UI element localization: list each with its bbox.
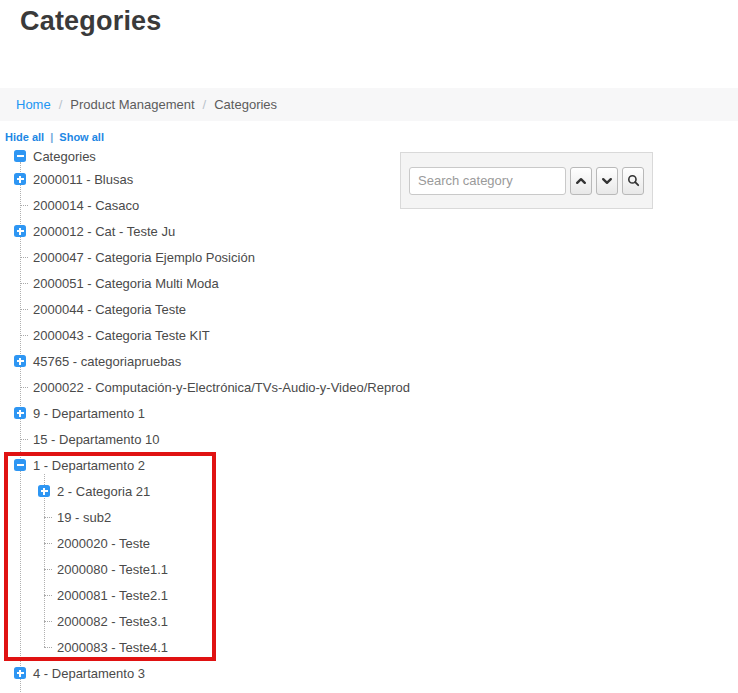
expand-toggle-icon[interactable] — [14, 355, 26, 367]
leaf-connector — [44, 517, 52, 518]
tree-node-label[interactable]: 2000081 - Teste2.1 — [57, 588, 168, 603]
magnifier-icon — [627, 174, 640, 187]
tree-node-label[interactable]: 2000014 - Casaco — [33, 198, 139, 213]
tree-node: 2000012 - Cat - Teste Ju — [20, 218, 410, 244]
tree-node-row: 2000083 - Teste4.1 — [38, 634, 410, 660]
breadcrumb-link-home[interactable]: Home — [16, 97, 51, 112]
tree-node-row: 19 - sub2 — [38, 504, 410, 530]
tree-node-row: 2000044 - Categoria Teste — [14, 296, 410, 322]
breadcrumb-item-categories: Categories — [214, 97, 277, 112]
tree-node-label[interactable]: 45765 - categoriapruebas — [33, 354, 181, 369]
breadcrumb-item-product-management: Product Management — [70, 97, 194, 112]
tree-node: 45765 - categoriapruebas — [20, 348, 410, 374]
expand-toggle-icon[interactable] — [14, 667, 26, 679]
tree-node-row: 2000011 - Blusas — [14, 166, 410, 192]
tree-node-label[interactable]: 2 - Categoria 21 — [57, 484, 150, 499]
tree-node-label[interactable]: 2000044 - Categoria Teste — [33, 302, 186, 317]
tree-children: 2 - Categoria 2119 - sub22000020 - Teste… — [44, 478, 410, 660]
leaf-connector — [44, 647, 52, 648]
tree-node-row: 9 - Departamento 1 — [14, 400, 410, 426]
tree-node: 2000082 - Teste3.1 — [44, 608, 410, 634]
tree-node-label[interactable]: 2000047 - Categoria Ejemplo Posición — [33, 250, 255, 265]
tree-node-label[interactable]: 2000043 - Categoria Teste KIT — [33, 328, 210, 343]
leaf-connector — [20, 205, 28, 206]
expand-toggle-icon[interactable] — [14, 173, 26, 185]
leaf-connector — [20, 335, 28, 336]
tree-node: 4 - Departamento 3 — [20, 660, 410, 686]
previous-match-button[interactable] — [570, 167, 592, 195]
hide-all-link[interactable]: Hide all — [5, 131, 44, 143]
tree-root-row: Categories — [0, 146, 410, 166]
tree-node-label[interactable]: 2000012 - Cat - Teste Ju — [33, 224, 175, 239]
tree-node-label[interactable]: 1 - Departamento 2 — [33, 458, 145, 473]
tree-node-row: 45765 - categoriapruebas — [14, 348, 410, 374]
tree-node: 15 - Departamento 10 — [20, 426, 410, 452]
tree-node-label[interactable]: 19 - sub2 — [57, 510, 111, 525]
tree-node-label[interactable]: 2000022 - Computación-y-Electrónica/TVs-… — [33, 380, 410, 395]
tree-node: 2000047 - Categoria Ejemplo Posición — [20, 244, 410, 270]
search-button[interactable] — [622, 167, 644, 195]
tree-node-label[interactable]: 4 - Departamento 3 — [33, 666, 145, 681]
page-title: Categories — [20, 6, 162, 37]
leaf-connector — [20, 387, 28, 388]
tree-node: 2000083 - Teste4.1 — [44, 634, 410, 660]
next-match-button[interactable] — [596, 167, 618, 195]
tree-node-label[interactable]: 2000083 - Teste4.1 — [57, 640, 168, 655]
tree-node-row: 2000043 - Categoria Teste KIT — [14, 322, 410, 348]
tree-node: 2000011 - Blusas — [20, 166, 410, 192]
tree-node: 2000022 - Computación-y-Electrónica/TVs-… — [20, 374, 410, 400]
categories-page: Categories Home / Product Management / C… — [0, 0, 738, 693]
tree-node-row: 2000081 - Teste2.1 — [38, 582, 410, 608]
tree-node: 2000080 - Teste1.1 — [44, 556, 410, 582]
tree-node-row: 1 - Departamento 2 — [14, 452, 410, 478]
tree-node-row: 2 - Categoria 21 — [38, 478, 410, 504]
show-all-link[interactable]: Show all — [59, 131, 104, 143]
leaf-connector — [20, 309, 28, 310]
tree-node-row: 2000014 - Casaco — [14, 192, 410, 218]
tree-node: 9 - Departamento 1 — [20, 400, 410, 426]
search-category-input[interactable] — [409, 167, 566, 195]
tree-node-label[interactable]: 2000082 - Teste3.1 — [57, 614, 168, 629]
breadcrumb-separator: / — [203, 97, 207, 112]
leaf-connector — [44, 569, 52, 570]
tree-node-row: 2000051 - Categoria Multi Moda — [14, 270, 410, 296]
tree-node-row: 2000082 - Teste3.1 — [38, 608, 410, 634]
chevron-up-icon — [575, 175, 587, 187]
expand-toggle-icon[interactable] — [14, 407, 26, 419]
tree-controls: Hide all | Show all — [5, 131, 104, 143]
tree-node-label[interactable]: 2000080 - Teste1.1 — [57, 562, 168, 577]
tree-children: 2000011 - Blusas2000014 - Casaco2000012 … — [20, 166, 410, 686]
category-tree: Categories 2000011 - Blusas2000014 - Cas… — [0, 146, 410, 686]
breadcrumb-separator: / — [59, 97, 63, 112]
breadcrumb: Home / Product Management / Categories — [0, 88, 738, 121]
expand-toggle-icon[interactable] — [38, 485, 50, 497]
tree-node-row: 2000047 - Categoria Ejemplo Posición — [14, 244, 410, 270]
leaf-connector — [20, 257, 28, 258]
tree-node-row: 2000020 - Teste — [38, 530, 410, 556]
tree-node: 2000020 - Teste — [44, 530, 410, 556]
tree-node: 2000043 - Categoria Teste KIT — [20, 322, 410, 348]
tree-node-row: 2000080 - Teste1.1 — [38, 556, 410, 582]
leaf-connector — [44, 543, 52, 544]
category-search-panel — [400, 152, 653, 209]
collapse-toggle-icon[interactable] — [14, 459, 26, 471]
leaf-connector — [44, 621, 52, 622]
chevron-down-icon — [601, 175, 613, 187]
tree-node-label[interactable]: 15 - Departamento 10 — [33, 432, 159, 447]
tree-controls-separator: | — [50, 131, 53, 143]
tree-node-row: 4 - Departamento 3 — [14, 660, 410, 686]
expand-toggle-icon[interactable] — [14, 225, 26, 237]
tree-node-row: 2000012 - Cat - Teste Ju — [14, 218, 410, 244]
tree-node-label[interactable]: 2000051 - Categoria Multi Moda — [33, 276, 219, 291]
tree-node-row: 15 - Departamento 10 — [14, 426, 410, 452]
tree-node-label[interactable]: Categories — [33, 149, 96, 164]
tree-node-label[interactable]: 9 - Departamento 1 — [33, 406, 145, 421]
collapse-toggle-icon[interactable] — [14, 150, 26, 162]
tree-node-label[interactable]: 2000011 - Blusas — [33, 172, 133, 187]
tree-node: 19 - sub2 — [44, 504, 410, 530]
tree-node-label[interactable]: 2000020 - Teste — [57, 536, 150, 551]
tree-node: 2 - Categoria 21 — [44, 478, 410, 504]
leaf-connector — [20, 439, 28, 440]
leaf-connector — [44, 595, 52, 596]
tree-node: 2000051 - Categoria Multi Moda — [20, 270, 410, 296]
